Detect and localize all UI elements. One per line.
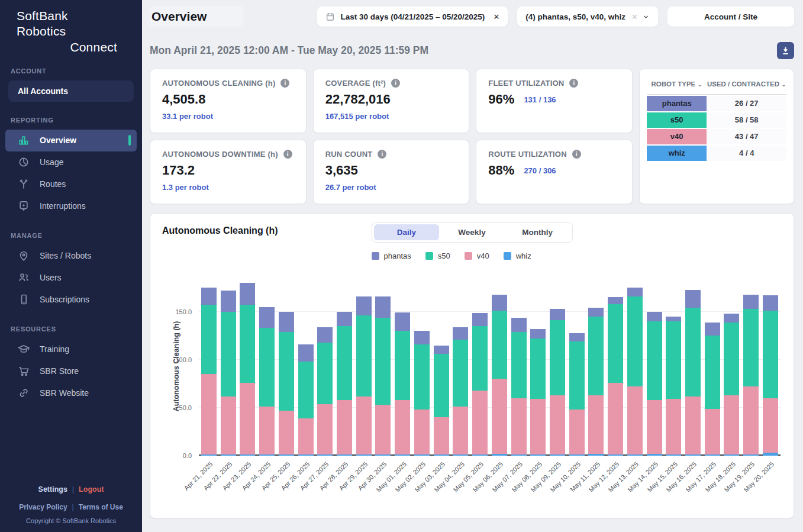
bar-may-11-2025: May 11, 2025 bbox=[588, 308, 604, 456]
legend-label: s50 bbox=[438, 252, 450, 260]
divider: | bbox=[72, 485, 74, 494]
info-icon[interactable]: i bbox=[378, 150, 386, 159]
sidebar-item-label: Subscriptions bbox=[40, 295, 89, 304]
bar-segment-v40 bbox=[647, 400, 662, 454]
bar-segment-s50 bbox=[705, 336, 720, 408]
kpi-card-coverage-ft: COVERAGE (ft²)i22,782,016167,515 per rob… bbox=[313, 69, 470, 133]
kpi-per-robot: 26.7 per robot bbox=[325, 183, 457, 192]
bar-segment-whiz bbox=[530, 454, 546, 456]
active-indicator bbox=[128, 135, 131, 146]
kpi-title-text: ROUTE UTILIZATION bbox=[488, 150, 566, 159]
sidebar-item-routes[interactable]: Routes bbox=[5, 173, 137, 195]
bar-segment-whiz bbox=[685, 454, 701, 456]
chevron-down-icon[interactable] bbox=[642, 13, 650, 21]
bar-segment-v40 bbox=[530, 399, 546, 454]
sidebar-item-training[interactable]: Training bbox=[5, 338, 137, 360]
bar-segment-phantas bbox=[317, 327, 333, 343]
bar-segment-s50 bbox=[298, 362, 314, 418]
bar-apr-25-2025: Apr 25, 2025 bbox=[279, 312, 294, 456]
info-icon[interactable]: i bbox=[280, 79, 289, 88]
sidebar-item-usage[interactable]: Usage bbox=[5, 151, 137, 173]
bar-segment-s50 bbox=[530, 338, 546, 399]
legend-label: whiz bbox=[516, 252, 531, 260]
bar-segment-v40 bbox=[492, 379, 507, 454]
bar-may-13-2025: May 13, 2025 bbox=[627, 288, 643, 456]
sidebar-item-sites-robots[interactable]: Sites / Robots bbox=[5, 245, 137, 267]
bar-segment-phantas bbox=[492, 295, 507, 311]
sidebar-item-users[interactable]: Users bbox=[5, 267, 137, 289]
download-icon bbox=[781, 46, 791, 56]
bar-segment-v40 bbox=[588, 395, 604, 454]
account-site-button[interactable]: Account / Site bbox=[667, 7, 794, 27]
download-button[interactable] bbox=[777, 42, 794, 59]
kpi-ratio: 131 / 136 bbox=[524, 95, 556, 104]
bar-segment-phantas bbox=[434, 346, 449, 354]
robot-type-column-header[interactable]: ROBOT TYPE ⌄ bbox=[647, 80, 707, 89]
bar-segment-whiz bbox=[259, 454, 275, 456]
y-tick-label: 0.0 bbox=[183, 452, 192, 459]
info-icon[interactable]: i bbox=[572, 150, 581, 159]
topbar: Overview Last 30 days (04/21/2025 – 05/2… bbox=[150, 6, 794, 27]
bar-segment-phantas bbox=[395, 312, 410, 331]
sidebar-item-sbr-website[interactable]: SBR Website bbox=[5, 382, 137, 404]
bar-segment-s50 bbox=[317, 343, 333, 404]
bar-segment-v40 bbox=[356, 396, 372, 455]
bar-segment-v40 bbox=[201, 374, 217, 454]
bar-segment-s50 bbox=[647, 321, 662, 400]
all-accounts-button[interactable]: All Accounts bbox=[8, 80, 134, 102]
used-contracted-column-header[interactable]: USED / CONTRACTED ⌄ bbox=[707, 80, 786, 89]
bar-segment-whiz bbox=[627, 454, 643, 456]
info-icon[interactable]: i bbox=[391, 79, 400, 88]
chart-plot: Autonomous Cleaning (h) 0.050.0100.0150.… bbox=[199, 278, 781, 456]
robot-used-contracted-cell: 26 / 27 bbox=[707, 96, 786, 111]
legend-label: phantas bbox=[384, 252, 411, 260]
robot-type-filter-label: (4) phantas, s50, v40, whiz bbox=[525, 12, 625, 21]
kpi-ratio: 270 / 306 bbox=[524, 166, 556, 175]
kpi-title: COVERAGE (ft²)i bbox=[325, 79, 457, 88]
bar-segment-phantas bbox=[337, 312, 352, 326]
legend-label: v40 bbox=[477, 252, 489, 260]
bar-segment-s50 bbox=[588, 317, 604, 395]
logout-link[interactable]: Logout bbox=[79, 485, 104, 494]
bar-segment-s50 bbox=[743, 309, 759, 386]
clear-date-filter-button[interactable]: ✕ bbox=[493, 13, 499, 21]
sidebar-item-subscriptions[interactable]: Subscriptions bbox=[5, 289, 137, 311]
bar-apr-29-2025: Apr 29, 2025 bbox=[356, 296, 372, 456]
sidebar-item-interruptions[interactable]: Interruptions bbox=[5, 195, 137, 217]
bar-segment-whiz bbox=[724, 454, 739, 456]
bar-apr-30-2025: Apr 30, 2025 bbox=[375, 296, 391, 456]
date-range-filter[interactable]: Last 30 days (04/21/2025 – 05/20/2025) ✕ bbox=[317, 7, 508, 27]
robot-usage-table-card: ROBOT TYPE ⌄ USED / CONTRACTED ⌄ phantas… bbox=[639, 69, 794, 204]
terms-of-use-link[interactable]: Terms of Use bbox=[79, 503, 123, 511]
privacy-policy-link[interactable]: Privacy Policy bbox=[19, 503, 67, 511]
tab-weekly[interactable]: Weekly bbox=[439, 224, 505, 240]
legend-swatch-s50 bbox=[425, 252, 433, 260]
robot-type-filter[interactable]: (4) phantas, s50, v40, whiz ✕ bbox=[517, 7, 658, 27]
robot-type-cell: whiz bbox=[647, 146, 707, 161]
settings-link[interactable]: Settings bbox=[38, 485, 67, 494]
bar-may-09-2025: May 09, 2025 bbox=[550, 309, 565, 456]
bar-segment-v40 bbox=[240, 383, 255, 455]
location-pin-icon bbox=[18, 250, 30, 262]
info-icon[interactable]: i bbox=[283, 150, 292, 159]
clear-robot-filter-button[interactable]: ✕ bbox=[631, 13, 638, 21]
sidebar-item-sbr-store[interactable]: SBR Store bbox=[5, 360, 137, 382]
robot-used-contracted-cell: 4 / 4 bbox=[707, 146, 786, 161]
sidebar-item-overview[interactable]: Overview bbox=[5, 130, 137, 151]
sort-chevron-icon: ⌄ bbox=[781, 81, 786, 88]
filter-bar: Last 30 days (04/21/2025 – 05/20/2025) ✕… bbox=[317, 7, 794, 27]
tab-monthly[interactable]: Monthly bbox=[505, 224, 570, 240]
bar-apr-21-2025: Apr 21, 2025 bbox=[201, 288, 217, 456]
bar-segment-v40 bbox=[414, 410, 430, 454]
table-row-whiz: whiz4 / 4 bbox=[647, 146, 786, 161]
kpi-card-fleet-utilization: FLEET UTILIZATIONi96%131 / 136 bbox=[476, 69, 633, 133]
kpi-value: 96% bbox=[488, 92, 514, 107]
info-icon[interactable]: i bbox=[569, 79, 578, 88]
kpi-title: ROUTE UTILIZATIONi bbox=[488, 150, 620, 159]
divider: | bbox=[72, 503, 74, 511]
bar-segment-phantas bbox=[550, 309, 565, 321]
kpi-title-text: AUTONOMOUS DOWNTIME (h) bbox=[162, 150, 278, 159]
tab-daily[interactable]: Daily bbox=[374, 224, 440, 240]
bar-may-20-2025: May 20, 2025 bbox=[763, 295, 778, 456]
nav-section-label-manage: MANAGE bbox=[11, 232, 131, 239]
